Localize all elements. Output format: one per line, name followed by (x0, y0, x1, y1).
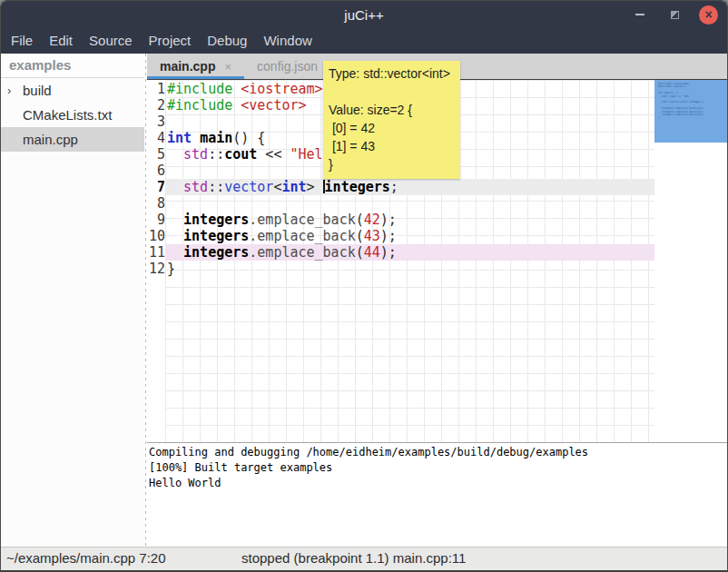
file-name: main.cpp (23, 132, 78, 147)
code-line[interactable]: integers.emplace_back(42); (165, 212, 654, 228)
line-number: 9 (147, 212, 165, 228)
console-line: Hello World (149, 476, 727, 491)
debug-console[interactable]: Compiling and debugging /home/eidheim/ex… (147, 443, 727, 547)
sidebar-item-build[interactable]: ›build (1, 78, 144, 103)
tab-config-json[interactable]: config.json (244, 54, 330, 79)
file-tree: ›buildCMakeLists.txtmain.cpp (1, 78, 144, 152)
menu-item-project[interactable]: Project (141, 28, 200, 54)
file-tree-sidebar: examples ›buildCMakeLists.txtmain.cpp (1, 54, 144, 547)
tooltip-line: [1] = 43 (329, 137, 455, 155)
sidebar-item-cmakelists-txt[interactable]: CMakeLists.txt (1, 103, 144, 127)
menu-item-debug[interactable]: Debug (199, 28, 255, 54)
menu-item-window[interactable]: Window (255, 28, 320, 54)
menu-item-file[interactable]: File (3, 28, 41, 54)
code-line[interactable]: } (165, 261, 654, 277)
menu-item-source[interactable]: Source (81, 28, 141, 54)
tab-label: config.json (257, 59, 318, 74)
status-debug-state: stopped (breakpoint 1.1) main.cpp:11 (241, 550, 466, 566)
code-line[interactable] (165, 195, 654, 212)
debug-value-tooltip: Type: std::vector<int> Value: size=2 { [… (323, 61, 460, 179)
line-number: 11 (147, 244, 165, 261)
minimap-code-preview: #include <iostream> #include <vector> in… (658, 83, 704, 120)
code-line[interactable]: std::vector<int> integers; (165, 179, 654, 195)
console-line: Compiling and debugging /home/eidheim/ex… (149, 445, 727, 460)
title-bar[interactable]: juCi++ × (1, 1, 727, 28)
line-number: 3 (147, 113, 165, 130)
tooltip-line: [0] = 42 (329, 119, 455, 137)
window-controls: × (630, 1, 718, 28)
minimap[interactable]: #include <iostream> #include <vector> in… (654, 80, 727, 442)
line-number: 5 (147, 146, 165, 163)
file-name: build (23, 83, 52, 98)
console-line: [100%] Built target examples (149, 460, 727, 476)
tab-close-icon[interactable]: × (224, 60, 231, 74)
line-number: 1 (147, 81, 165, 97)
close-button[interactable]: × (699, 5, 718, 25)
window-title: juCi++ (344, 7, 383, 23)
restore-button[interactable] (664, 5, 684, 25)
line-number: 4 (147, 130, 165, 146)
line-number-gutter: 123456789101112 (147, 81, 165, 277)
line-number: 2 (147, 97, 165, 113)
line-number: 12 (147, 261, 165, 277)
code-line[interactable]: integers.emplace_back(43); (165, 228, 654, 244)
tooltip-line: Type: std::vector<int> (329, 64, 455, 83)
line-number: 6 (147, 163, 165, 179)
status-file-position: ~/examples/main.cpp 7:20 (6, 550, 166, 566)
chevron-right-icon[interactable]: › (7, 78, 20, 103)
menu-bar: FileEditSourceProjectDebugWindow (1, 28, 727, 54)
tab-label: main.cpp (160, 59, 215, 74)
menu-item-edit[interactable]: Edit (41, 28, 81, 54)
line-number: 8 (147, 195, 165, 212)
tab-main-cpp[interactable]: main.cpp× (147, 54, 244, 79)
file-name: CMakeLists.txt (23, 107, 112, 123)
code-line[interactable]: integers.emplace_back(44); (165, 244, 654, 261)
tooltip-line (329, 83, 455, 101)
minimize-button[interactable] (630, 5, 650, 25)
line-number: 7 (147, 179, 165, 195)
line-number: 10 (147, 228, 165, 244)
tooltip-line: Value: size=2 { (329, 101, 455, 119)
sidebar-item-main-cpp[interactable]: main.cpp (1, 127, 144, 152)
tooltip-line: } (329, 155, 455, 173)
status-bar: ~/examples/main.cpp 7:20 stopped (breakp… (1, 547, 727, 571)
restore-icon (671, 11, 679, 19)
project-directory-label: examples (1, 54, 144, 78)
minimize-icon (635, 14, 644, 15)
app-window: juCi++ × FileEditSourceProjectDebugWindo… (0, 0, 728, 572)
